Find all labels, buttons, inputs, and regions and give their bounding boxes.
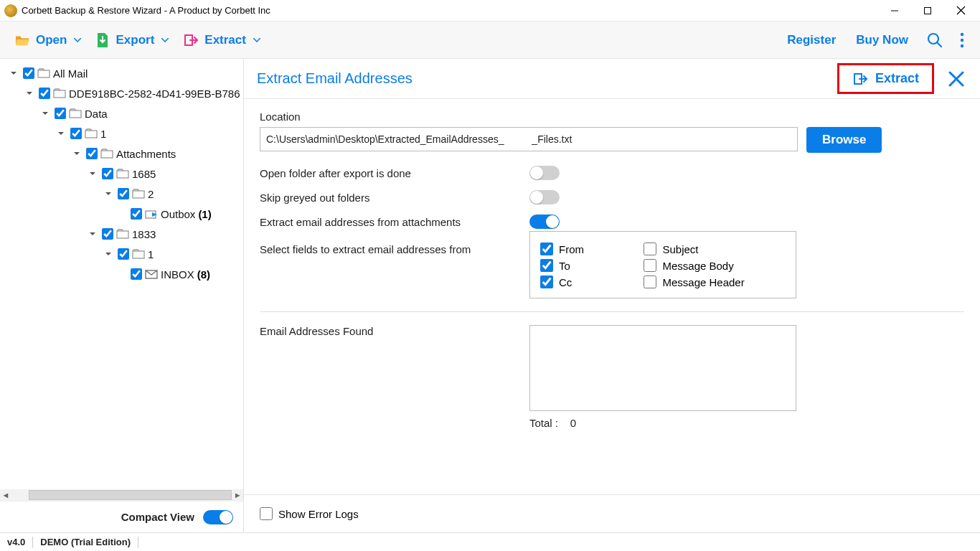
tree-checkbox[interactable] — [118, 248, 129, 260]
tree-item-attachments[interactable]: Attachments — [3, 143, 243, 164]
skip-greyed-toggle[interactable] — [529, 190, 560, 204]
panel-close-button[interactable] — [943, 68, 970, 90]
folder-icon — [37, 68, 50, 78]
chevron-down-icon[interactable] — [89, 170, 99, 177]
tree-item-guid[interactable]: DDE918BC-2582-4D41-99EB-B786 — [3, 83, 243, 103]
checkbox-cc[interactable]: Cc — [540, 276, 641, 288]
folder-icon — [53, 88, 66, 98]
file-export-icon — [95, 32, 110, 48]
svg-rect-14 — [117, 171, 128, 178]
checkbox-to[interactable]: To — [540, 259, 641, 272]
edition-label: DEMO (Trial Edition) — [40, 537, 131, 547]
tree-item-all-mail[interactable]: All Mail — [3, 63, 243, 83]
tree-checkbox[interactable] — [102, 228, 113, 240]
buy-now-link[interactable]: Buy Now — [846, 29, 918, 52]
scroll-left-icon[interactable]: ◄ — [0, 491, 11, 499]
svg-rect-13 — [101, 151, 113, 158]
chevron-down-icon — [161, 38, 169, 42]
chevron-down-icon[interactable] — [89, 230, 99, 237]
browse-button[interactable]: Browse — [806, 127, 882, 153]
folder-icon — [132, 189, 145, 199]
chevron-down-icon — [253, 38, 260, 42]
chevron-down-icon[interactable] — [26, 90, 36, 97]
tree-label: DDE918BC-2582-4D41-99EB-B786 — [69, 88, 240, 100]
tree-checkbox[interactable] — [39, 88, 50, 99]
horizontal-scrollbar[interactable]: ◄ ► — [0, 489, 243, 501]
tree-item-outbox[interactable]: Outbox (1) — [3, 204, 243, 224]
svg-point-6 — [961, 32, 963, 35]
window-close-button[interactable] — [944, 0, 977, 22]
panel-header: Extract Email Addresses Extract — [244, 59, 980, 99]
tree-checkbox[interactable] — [102, 168, 113, 179]
checkbox-subject[interactable]: Subject — [644, 242, 780, 255]
panel-extract-button[interactable]: Extract — [842, 67, 929, 90]
window-minimize-button[interactable] — [878, 0, 911, 22]
chevron-down-icon[interactable] — [105, 250, 115, 258]
select-fields-label: Select fields to extract email addresses… — [260, 239, 529, 255]
svg-rect-18 — [133, 251, 144, 258]
show-error-logs-checkbox[interactable]: Show Error Logs — [260, 507, 964, 520]
tree-checkbox[interactable] — [23, 67, 34, 79]
more-menu-button[interactable] — [951, 28, 973, 52]
extract-icon — [852, 72, 868, 86]
open-button[interactable]: Open — [7, 29, 88, 52]
window-titlebar: Corbett Backup & Restore Wizard - A Prod… — [0, 0, 980, 22]
extract-attachments-toggle[interactable] — [529, 215, 560, 229]
tree-count: (8) — [197, 268, 210, 281]
found-label: Email Addresses Found — [260, 325, 529, 337]
tree-item-1[interactable]: 1 — [3, 123, 243, 143]
export-button[interactable]: Export — [88, 28, 176, 52]
version-label: v4.0 — [7, 537, 25, 547]
chevron-down-icon[interactable] — [10, 70, 20, 77]
svg-rect-12 — [85, 131, 97, 138]
chevron-down-icon[interactable] — [105, 190, 115, 197]
chevron-down-icon[interactable] — [57, 130, 67, 137]
tree-checkbox[interactable] — [86, 148, 98, 159]
tree-item-data[interactable]: Data — [3, 103, 243, 123]
extract-panel: Extract Email Addresses Extract Location… — [244, 59, 980, 532]
svg-point-7 — [961, 38, 963, 41]
scrollbar-thumb[interactable] — [29, 490, 232, 500]
checkbox-message-body[interactable]: Message Body — [644, 259, 780, 272]
panel-title: Extract Email Addresses — [257, 70, 837, 87]
location-input[interactable] — [260, 127, 798, 151]
checkbox-message-header[interactable]: Message Header — [644, 276, 780, 288]
extract-button[interactable]: Extract — [176, 29, 268, 52]
total-row: Total : 0 — [529, 417, 964, 429]
folder-tree[interactable]: All Mail DDE918BC-2582-4D41-99EB-B786 Da… — [0, 59, 243, 489]
window-maximize-button[interactable] — [911, 0, 944, 22]
svg-rect-9 — [38, 70, 50, 77]
open-after-toggle[interactable] — [529, 166, 560, 180]
chevron-down-icon[interactable] — [73, 150, 83, 157]
tree-item-1685[interactable]: 1685 — [3, 164, 243, 184]
svg-rect-17 — [117, 231, 128, 238]
search-button[interactable] — [918, 28, 951, 52]
found-listbox[interactable] — [529, 325, 796, 411]
tree-label: 1685 — [132, 168, 156, 180]
register-link[interactable]: Register — [777, 29, 846, 52]
annotation-highlight: Extract — [837, 63, 934, 94]
svg-rect-1 — [925, 7, 931, 14]
tree-checkbox[interactable] — [118, 188, 129, 199]
tree-checkbox[interactable] — [70, 128, 82, 139]
status-bar: v4.0 DEMO (Trial Edition) — [0, 532, 980, 551]
folder-open-icon — [14, 34, 30, 47]
tree-label: 2 — [148, 188, 154, 200]
checkbox-from[interactable]: From — [540, 242, 641, 255]
tree-item-2[interactable]: 2 — [3, 184, 243, 204]
compact-view-toggle[interactable] — [203, 510, 233, 524]
total-label: Total : — [529, 417, 558, 429]
compact-view-label: Compact View — [121, 511, 194, 523]
tree-item-inbox[interactable]: INBOX (8) — [3, 264, 243, 284]
tree-checkbox[interactable] — [131, 208, 142, 220]
tree-item-1833[interactable]: 1833 — [3, 224, 243, 244]
more-vertical-icon — [960, 32, 964, 48]
chevron-down-icon[interactable] — [42, 110, 52, 117]
tree-checkbox[interactable] — [131, 268, 142, 280]
folder-icon — [100, 149, 113, 159]
tree-checkbox[interactable] — [55, 108, 66, 119]
scroll-right-icon[interactable]: ► — [232, 491, 243, 499]
inbox-icon — [145, 269, 158, 279]
svg-line-5 — [937, 42, 941, 47]
tree-item-1b[interactable]: 1 — [3, 244, 243, 264]
